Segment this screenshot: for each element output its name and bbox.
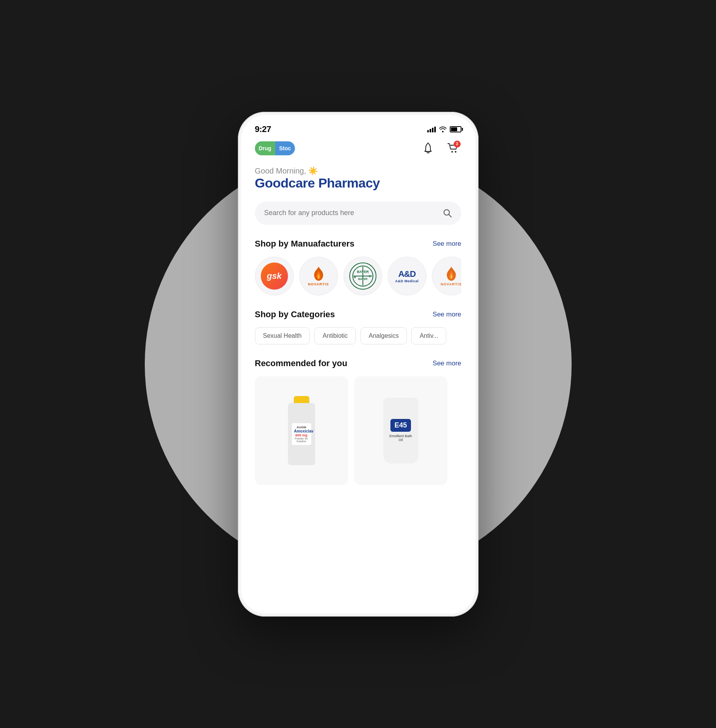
pharmacy-name: Goodcare Pharmacy [255, 175, 461, 191]
product-card-amoxiclav[interactable]: AUGM Amoxiclav 600 mg Powder for Solutio… [255, 376, 348, 485]
bottle-label: AUGM Amoxiclav 600 mg Powder for Solutio… [292, 423, 311, 445]
bottle-cap [294, 396, 309, 403]
novartis-logo-1: NOVARTIS [308, 266, 329, 286]
greeting-text: Good Morning, ☀️ [255, 166, 461, 175]
category-analgesics[interactable]: Analgesics [361, 327, 407, 344]
bell-icon [423, 142, 433, 154]
e45-description: Emollient Bath Oil [387, 434, 414, 442]
app-header: Drug Stoc [255, 140, 461, 157]
phone-frame: 9:27 [238, 112, 478, 617]
gsk-logo: gsk [261, 262, 288, 290]
categories-see-more[interactable]: See more [433, 311, 461, 318]
signal-bar-3 [432, 128, 433, 132]
manufacturers-title: Shop by Manuafacturers [255, 239, 355, 249]
signal-bar-2 [430, 129, 431, 132]
recommended-section-header: Recommended for you See more [255, 358, 461, 368]
battery-fill [451, 127, 458, 131]
categories-section-header: Shop by Categories See more [255, 309, 461, 320]
phone-screen: 9:27 [241, 115, 475, 613]
svg-point-2 [455, 151, 456, 153]
scene: 9:27 [0, 0, 716, 728]
recommended-see-more[interactable]: See more [433, 360, 461, 367]
recommended-row: AUGM Amoxiclav 600 mg Powder for Solutio… [255, 376, 461, 485]
and-text: A&D [398, 269, 416, 279]
bottle-body: AUGM Amoxiclav 600 mg Powder for Solutio… [288, 403, 315, 465]
search-bar[interactable] [255, 202, 461, 225]
search-icon [443, 208, 452, 218]
logo-drug-text: Drug [255, 141, 276, 155]
and-sub-text: A&D Medical [395, 279, 419, 283]
e45-bottle: E45 Emollient Bath Oil [383, 398, 418, 464]
notch [327, 115, 389, 129]
category-antibiotic[interactable]: Antibiotic [314, 327, 356, 344]
bayer-cross-svg: BAYER BAYER B E [352, 265, 374, 287]
manufacturers-row: gsk NOVARTIS [255, 257, 461, 295]
search-input[interactable] [264, 209, 443, 217]
bottle-brand-top: AUGM [294, 426, 309, 429]
product-card-e45[interactable]: E45 Emollient Bath Oil [354, 376, 447, 485]
cart-badge: 3 [454, 141, 461, 148]
bottle-desc: Powder for Solution [294, 437, 309, 443]
header-icons: 3 [420, 140, 461, 157]
wifi-icon [439, 126, 447, 132]
svg-text:E: E [369, 275, 371, 278]
svg-text:BAYER: BAYER [357, 270, 369, 274]
novartis-label-2: NOVARTIS [441, 282, 461, 286]
svg-line-4 [449, 214, 451, 217]
app-content: Drug Stoc [241, 140, 475, 485]
status-icons [427, 126, 461, 132]
cart-button[interactable]: 3 [444, 140, 461, 157]
bottle-brand-name: Amoxiclav [294, 429, 309, 433]
manufacturer-bayer[interactable]: BAYER BAYER B E [343, 257, 382, 295]
svg-text:B: B [354, 276, 356, 278]
manufacturer-novartis-2[interactable]: NOVARTIS [432, 257, 461, 295]
category-sexual-health[interactable]: Sexual Health [255, 327, 310, 344]
logo-stoc-text: Stoc [275, 141, 295, 155]
manufacturers-section-header: Shop by Manuafacturers See more [255, 239, 461, 249]
battery-icon [450, 126, 461, 132]
bottle-dose: 600 mg [294, 433, 309, 437]
e45-container: E45 Emollient Bath Oil [383, 398, 418, 464]
novartis-logo-2: NOVARTIS [441, 266, 461, 286]
signal-bar-4 [434, 127, 436, 132]
manufacturer-novartis-1[interactable]: NOVARTIS [299, 257, 338, 295]
manufacturer-and-medical[interactable]: A&D A&D Medical [388, 257, 426, 295]
manufacturer-gsk[interactable]: gsk [255, 257, 294, 295]
novartis-label-1: NOVARTIS [308, 282, 329, 286]
signal-bars-icon [427, 126, 436, 132]
e45-badge: E45 [390, 419, 411, 432]
svg-text:BAYER: BAYER [358, 278, 368, 280]
greeting-section: Good Morning, ☀️ Goodcare Pharmacy [255, 166, 461, 191]
novartis-flame-icon [312, 266, 325, 281]
and-medical-logo: A&D A&D Medical [395, 269, 419, 283]
categories-row: Sexual Health Antibiotic Analgesics Anti… [255, 327, 461, 344]
category-antiv[interactable]: Antiv... [411, 327, 446, 344]
status-time: 9:27 [255, 124, 271, 134]
bayer-logo: BAYER BAYER B E [349, 262, 376, 290]
recommended-title: Recommended for you [255, 358, 347, 368]
manufacturers-see-more[interactable]: See more [433, 240, 461, 248]
amoxiclav-bottle: AUGM Amoxiclav 600 mg Powder for Solutio… [286, 396, 317, 465]
svg-point-1 [451, 151, 453, 153]
novartis-flame-icon-2 [445, 266, 458, 281]
signal-bar-1 [427, 130, 429, 132]
drugstoc-logo: Drug Stoc [255, 141, 295, 155]
notification-button[interactable] [420, 140, 437, 157]
categories-title: Shop by Categories [255, 309, 335, 320]
